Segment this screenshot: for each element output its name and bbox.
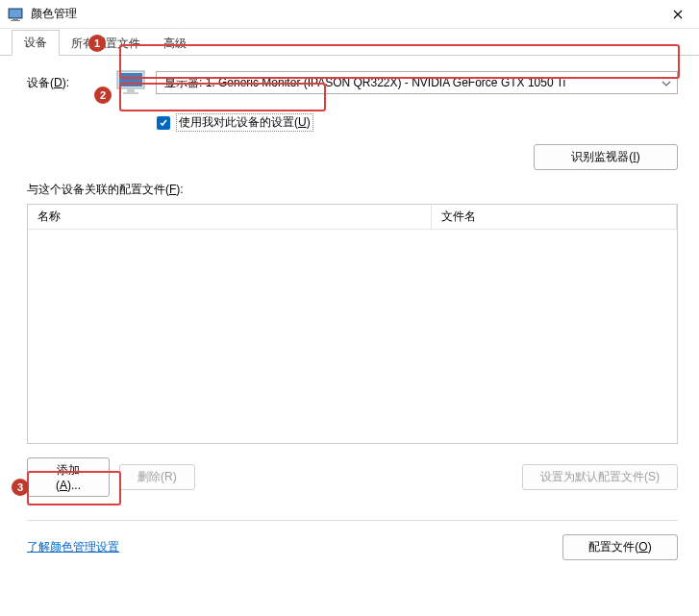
svg-rect-5 — [119, 73, 142, 86]
tab-bar: 设备 所有配置文件 高级 — [0, 29, 699, 56]
device-row: 设备(D): 显示器: 1. Generic Monitor (IPASON Q… — [27, 69, 678, 96]
identify-monitors-button[interactable]: 识别监视器(I) — [534, 144, 678, 170]
window-title: 颜色管理 — [31, 6, 77, 22]
use-my-settings-row: 使用我对此设备的设置(U) — [157, 113, 678, 132]
tab-all-profiles[interactable]: 所有配置文件 — [60, 32, 152, 56]
tab-advanced[interactable]: 高级 — [152, 32, 198, 56]
close-button[interactable] — [656, 0, 699, 29]
svg-rect-1 — [10, 10, 21, 17]
content-area: 设备(D): 显示器: 1. Generic Monitor (IPASON Q… — [0, 56, 699, 570]
chevron-down-icon — [662, 76, 671, 89]
learn-more-link[interactable]: 了解颜色管理设置 — [27, 539, 119, 555]
listview-header: 名称 文件名 — [28, 205, 677, 230]
svg-rect-6 — [127, 89, 135, 92]
add-button[interactable]: 添加(A)... — [27, 457, 110, 497]
profiles-config-button[interactable]: 配置文件(O) — [562, 534, 678, 560]
monitor-icon — [115, 69, 146, 96]
remove-button: 删除(R) — [119, 464, 195, 490]
use-my-settings-checkbox[interactable] — [157, 116, 170, 130]
device-dropdown[interactable]: 显示器: 1. Generic Monitor (IPASON QR322X) … — [156, 71, 678, 94]
dropdown-value: 显示器: 1. Generic Monitor (IPASON QR322X) … — [164, 75, 565, 91]
titlebar: 颜色管理 — [0, 0, 699, 29]
svg-rect-2 — [12, 19, 18, 20]
svg-rect-3 — [11, 20, 20, 21]
divider — [27, 520, 678, 521]
profile-buttons-row: 添加(A)... 删除(R) 设置为默认配置文件(S) — [27, 457, 678, 497]
app-icon — [8, 7, 23, 22]
column-filename[interactable]: 文件名 — [432, 205, 677, 229]
profiles-listview[interactable]: 名称 文件名 — [27, 204, 678, 444]
associated-profiles-label: 与这个设备关联的配置文件(F): — [27, 182, 678, 198]
device-label: 设备(D): — [27, 75, 115, 91]
column-name[interactable]: 名称 — [28, 205, 432, 229]
tab-device[interactable]: 设备 — [12, 30, 60, 56]
set-default-button: 设置为默认配置文件(S) — [522, 464, 678, 490]
use-my-settings-label: 使用我对此设备的设置(U) — [176, 113, 313, 132]
bottom-row: 了解颜色管理设置 配置文件(O) — [27, 534, 678, 560]
svg-rect-7 — [123, 92, 138, 94]
